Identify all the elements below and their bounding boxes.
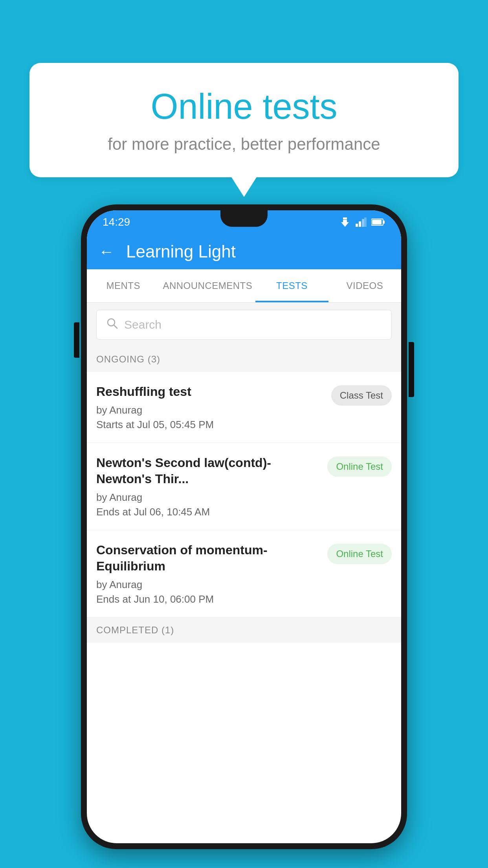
svg-rect-8 — [372, 220, 382, 224]
tab-tests[interactable]: TESTS — [255, 269, 328, 302]
test-date: Ends at Jun 10, 06:00 PM — [96, 593, 321, 605]
notch — [220, 210, 268, 227]
svg-rect-3 — [359, 221, 361, 227]
tab-announcements[interactable]: ANNOUNCEMENTS — [160, 269, 255, 302]
app-bar: ← Learning Light — [87, 234, 401, 269]
battery-icon — [371, 218, 385, 226]
svg-line-10 — [114, 325, 117, 328]
search-placeholder: Search — [124, 318, 161, 331]
test-item[interactable]: Conservation of momentum-Equilibrium by … — [87, 530, 401, 618]
test-author: by Anurag — [96, 404, 325, 416]
back-button[interactable]: ← — [99, 243, 114, 261]
test-item[interactable]: Newton's Second law(contd)-Newton's Thir… — [87, 443, 401, 530]
test-info: Conservation of momentum-Equilibrium by … — [96, 542, 321, 605]
svg-rect-7 — [383, 221, 385, 224]
search-container: Search — [87, 303, 401, 347]
test-date: Ends at Jul 06, 10:45 AM — [96, 506, 321, 518]
signal-icon — [356, 217, 367, 227]
status-icons — [339, 217, 385, 227]
test-item[interactable]: Reshuffling test by Anurag Starts at Jul… — [87, 372, 401, 443]
test-info: Newton's Second law(contd)-Newton's Thir… — [96, 455, 321, 518]
search-box[interactable]: Search — [96, 310, 392, 340]
tab-videos[interactable]: VIDEOS — [328, 269, 401, 302]
svg-rect-1 — [343, 217, 347, 219]
svg-rect-4 — [362, 219, 364, 227]
bubble-subtitle: for more practice, better performance — [61, 135, 427, 154]
test-badge-class: Class Test — [331, 385, 392, 406]
svg-marker-0 — [341, 220, 349, 227]
search-icon — [106, 317, 118, 332]
test-info: Reshuffling test by Anurag Starts at Jul… — [96, 384, 325, 431]
phone-outer: 14:29 — [81, 204, 407, 849]
wifi-icon — [339, 217, 351, 227]
completed-section-label: COMPLETED (1) — [96, 625, 174, 635]
speech-bubble: Online tests for more practice, better p… — [29, 63, 459, 177]
test-title: Conservation of momentum-Equilibrium — [96, 542, 321, 575]
test-badge-online: Online Test — [327, 456, 392, 477]
completed-section: COMPLETED (1) — [87, 618, 401, 643]
test-author: by Anurag — [96, 579, 321, 591]
phone-screen: 14:29 — [87, 210, 401, 843]
test-list: Reshuffling test by Anurag Starts at Jul… — [87, 372, 401, 618]
test-date: Starts at Jul 05, 05:45 PM — [96, 419, 325, 431]
status-bar: 14:29 — [87, 210, 401, 234]
tab-ments[interactable]: MENTS — [87, 269, 160, 302]
phone-container: 14:29 — [81, 204, 407, 849]
test-badge-online-2: Online Test — [327, 544, 392, 564]
svg-rect-5 — [364, 217, 367, 227]
test-title: Reshuffling test — [96, 384, 325, 400]
status-time: 14:29 — [103, 216, 130, 228]
test-author: by Anurag — [96, 491, 321, 504]
app-bar-title: Learning Light — [126, 242, 236, 261]
svg-rect-2 — [356, 224, 358, 227]
ongoing-section-header: ONGOING (3) — [87, 347, 401, 372]
tabs-container: MENTS ANNOUNCEMENTS TESTS VIDEOS — [87, 269, 401, 303]
test-title: Newton's Second law(contd)-Newton's Thir… — [96, 455, 321, 487]
bubble-title: Online tests — [61, 86, 427, 127]
